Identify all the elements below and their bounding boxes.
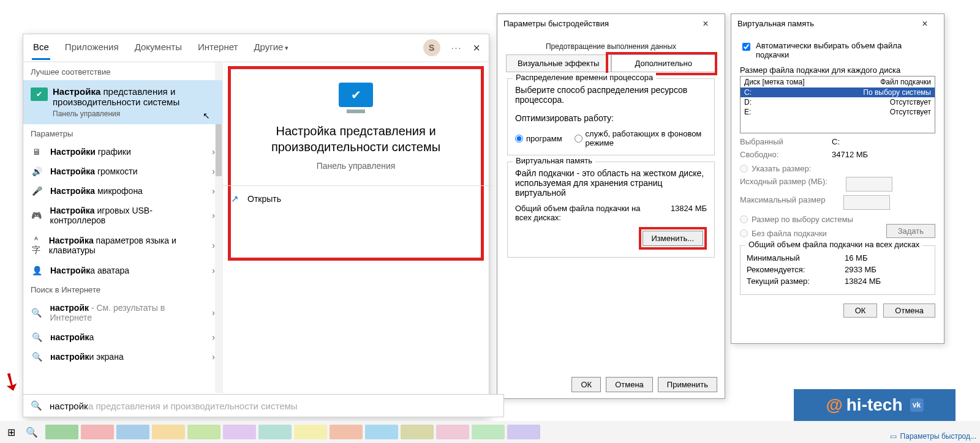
taskbar-app[interactable] [436, 425, 469, 439]
result-item[interactable]: 👤Настройка аватара› [23, 261, 222, 280]
disk-row[interactable]: D: Отсутствует [741, 97, 935, 107]
result-item[interactable]: 🖥Настройки графики› [23, 142, 222, 162]
taskbar-app[interactable] [223, 425, 256, 439]
taskbar-app[interactable] [258, 425, 292, 439]
radio-custom-size [740, 165, 748, 173]
tab-apps[interactable]: Приложения [64, 35, 120, 60]
vk-icon: vk [910, 398, 924, 412]
taskbar-app[interactable] [507, 425, 540, 439]
auto-checkbox[interactable] [742, 43, 750, 51]
tab-more-label: Другие [254, 42, 283, 52]
disk-value: Отсутствует [890, 108, 931, 116]
disk-list[interactable]: Диск [метка тома] Файл подкачки C: По вы… [740, 76, 935, 133]
result-item[interactable]: 🔊Настройка громкости› [23, 162, 222, 181]
cur-label: Текущий размер: [747, 277, 820, 286]
result-item[interactable]: ᴬ字Настройка параметров языка и клавиатур… [23, 230, 222, 261]
radio-programs[interactable] [515, 135, 523, 143]
close-icon[interactable]: × [693, 14, 718, 34]
start-button[interactable]: ⊞ [0, 426, 22, 438]
web-result-item[interactable]: 🔍настройка› [23, 327, 222, 347]
total-legend: Общий объем файла подкачки на всех диска… [745, 240, 922, 249]
change-button[interactable]: Изменить... [643, 231, 703, 246]
results-list: Лучшее соответствие ✔ Настройка представ… [23, 62, 223, 393]
language-icon: ᴬ字 [31, 235, 42, 256]
taskbar-app[interactable] [187, 425, 221, 439]
apply-button[interactable]: Применить [658, 377, 717, 392]
ok-button[interactable]: ОК [571, 377, 601, 392]
taskbar-app[interactable] [330, 425, 363, 439]
item-bold: Настройка [50, 186, 95, 196]
performance-options-dialog: Параметры быстродействия × Предотвращени… [497, 13, 725, 399]
taskbar-tray-item[interactable]: ▭ Параметры быстрод... [890, 432, 976, 441]
disk-row[interactable]: E: Отсутствует [741, 107, 935, 117]
max-size-input [843, 195, 890, 210]
group-text: Выберите способ распределения ресурсов п… [515, 85, 707, 105]
close-icon[interactable]: × [912, 14, 938, 34]
taskbar-app[interactable] [472, 425, 505, 439]
tab-web[interactable]: Интернет [197, 35, 239, 60]
taskbar-app[interactable] [365, 425, 398, 439]
at-icon: @ [826, 395, 842, 415]
web-result-item[interactable]: 🔍настройк - См. результаты в Интернете› [23, 298, 222, 327]
item-rest: и экрана [89, 352, 124, 362]
result-item[interactable]: 🎤Настройка микрофона› [23, 181, 222, 201]
more-icon[interactable]: ··· [451, 43, 462, 53]
radio-background[interactable] [575, 135, 582, 143]
result-item[interactable]: 🎮Настройка игровых USB-контроллеров› [23, 201, 222, 230]
item-bold: настройк [50, 303, 89, 313]
item-rest: а аватара [90, 266, 129, 275]
taskbar-app[interactable] [81, 425, 114, 439]
rec-label: Рекомендуется: [747, 265, 820, 274]
disk-row[interactable]: C: По выбору системы [741, 87, 935, 97]
total-group: Общий объем файла подкачки на всех диска… [740, 245, 935, 295]
vm-total-value: 13824 МБ [671, 204, 707, 222]
free-label: Свободно: [740, 150, 813, 159]
search-icon: 🔍 [31, 400, 42, 411]
search-typed: настройк [50, 401, 88, 411]
taskbar-app[interactable] [116, 425, 149, 439]
avatar[interactable]: S [423, 39, 440, 56]
cancel-button[interactable]: Отмена [883, 303, 935, 318]
monitor-check-icon: ✔ [339, 83, 373, 107]
open-action[interactable]: ↗ Открыть [219, 185, 493, 212]
cur-value: 13824 МБ [845, 277, 881, 286]
tab-docs[interactable]: Документы [134, 35, 183, 60]
col-file: Файл подкачки [880, 78, 931, 86]
initial-size-input [846, 177, 892, 192]
best-match-item[interactable]: ✔ Настройка представления и производител… [23, 80, 222, 124]
taskbar-search-icon[interactable]: 🔍 [22, 426, 42, 438]
disk-label: C: [744, 88, 752, 97]
custom-size-label: Указать размер: [752, 164, 811, 173]
badge-text: hi-tech [846, 395, 903, 415]
item-rest: графики [96, 147, 131, 157]
min-label: Минимальный [747, 253, 820, 262]
item-bold: Настройка [50, 206, 95, 215]
disk-value: Отсутствует [890, 98, 931, 106]
taskbar-app[interactable] [294, 425, 327, 439]
vm-title: Виртуальная память [737, 14, 814, 34]
tab-all[interactable]: Все [32, 35, 50, 60]
open-label: Открыть [247, 194, 281, 204]
processor-scheduling-group: Распределение времени процессора Выберит… [507, 78, 715, 155]
close-icon[interactable]: × [473, 41, 480, 55]
ok-button[interactable]: ОК [843, 303, 878, 318]
item-rest: микрофона [95, 186, 143, 196]
tab-visual-effects[interactable]: Визуальные эффекты [506, 54, 611, 72]
selected-value: C: [832, 137, 840, 146]
search-input[interactable]: 🔍 настройка представления и производител… [23, 394, 504, 417]
display-icon: 🖥 [31, 147, 43, 157]
taskbar-app[interactable] [45, 425, 78, 439]
search-icon: 🔍 [31, 332, 43, 342]
taskbar-app[interactable] [152, 425, 185, 439]
taskbar-app[interactable] [401, 425, 434, 439]
tab-advanced[interactable]: Дополнительно [611, 54, 717, 72]
web-result-item[interactable]: 🔍настройки экрана› [23, 347, 222, 367]
vm-desc: Файл подкачки - это область на жестком д… [515, 168, 707, 198]
preview-title: Настройка представления и производительн… [231, 123, 481, 155]
max-label: Максимальный размер [740, 195, 825, 210]
group-legend: Распределение времени процессора [513, 73, 656, 82]
free-value: 34712 МБ [832, 150, 868, 159]
init-label: Исходный размер (МБ): [740, 177, 827, 192]
tab-more[interactable]: Другие▾ [252, 35, 290, 60]
cancel-button[interactable]: Отмена [606, 377, 653, 392]
